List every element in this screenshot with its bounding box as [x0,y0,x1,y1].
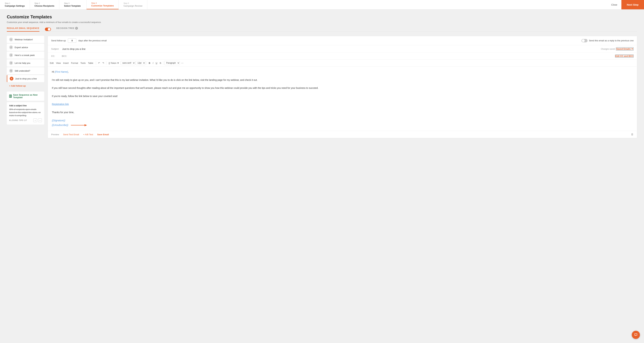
redo-button[interactable]: ↷ [101,61,105,65]
unsubscribe-token: {{Unsubscribe}} [52,123,68,127]
size-select[interactable]: 12pt [136,61,146,65]
toolbar-sep-4 [163,61,164,65]
ab-test-button[interactable]: + A/B Test [83,133,93,136]
left-panel: 1 Webinar Invitation! 2 Expert advice 3 … [7,36,44,125]
token-icon: {} [108,62,110,64]
toggle-switch[interactable] [45,28,51,31]
nav-step-1[interactable]: Step 1 Campaign Settings [0,0,30,9]
strikethrough-button[interactable]: S [158,61,162,65]
email-num-4: 4 [9,61,13,65]
font-select[interactable]: sans-serif [120,61,135,65]
subject-input[interactable] [62,48,599,50]
thanks-text: Thanks for your time, [52,110,633,115]
step3-num: Step 3 [64,2,82,4]
svg-marker-4 [84,124,87,126]
preview-button[interactable]: Preview [51,133,59,136]
close-button[interactable]: Close [607,0,622,9]
send-test-button[interactable]: Send Test Email [63,133,79,136]
email-item-6[interactable]: 6 Just to drop you a line [7,75,44,82]
tips-prev-button[interactable]: ‹ [33,118,37,122]
cc-bcc-row: CC: BCC: Edit CC and BCC [48,53,637,60]
body-para2: If you still have second thoughts after … [52,86,633,90]
email-label-1: Webinar Invitation! [14,38,33,41]
email-footer: Preview Send Test Email + A/B Test Save … [48,131,637,138]
tips-body: 35% of recipients open emails based on t… [9,108,42,117]
tips-title: Add a subject line [9,105,42,107]
nav-step-4[interactable]: Step 4 Customize Templates [86,0,119,9]
email-label-4: Let me help you [14,62,30,64]
editor-toolbar: Edit View Insert Format Tools Table ↶ ↷ … [48,60,637,67]
reply-label: Send this email as a reply to the previo… [589,39,634,42]
step5-num: Step 5 [124,2,142,4]
save-email-button[interactable]: Save Email [97,133,109,136]
nav-step-3[interactable]: Step 3 Select Template [59,0,86,9]
tips-next-button[interactable]: › [38,118,42,122]
body-para3: If you're ready, follow the link below t… [52,94,633,98]
tab-decision-tree[interactable]: DECISION TREE i [56,27,78,32]
step2-label: Choose Recipients [34,5,54,7]
bold-button[interactable]: B [148,61,151,65]
email-label-5: Still undecided? [14,70,30,72]
tab-toggle[interactable] [45,28,51,31]
bcc-field: BCC: [62,55,67,57]
tips-arrows: ‹ › [33,118,42,122]
email-num-1: 1 [9,38,13,41]
email-num-6: 6 [10,77,14,81]
step3-label: Select Template [64,5,82,7]
email-subject-row: Subject: Changes saved Saved Emails ▼ [48,45,637,53]
edit-cc-bcc-button[interactable]: Edit CC and BCC [615,55,634,58]
token-chevron-icon: ▼ [117,62,119,64]
save-template-button[interactable]: Save Sequence as New Template [7,92,44,101]
tab-bar: REGULAR EMAIL SEQUENCE DECISION TREE i [7,27,637,32]
nav-step-2[interactable]: Step 2 Choose Recipients [30,0,59,9]
email-label-6: Just to drop you a line [15,77,37,80]
step2-num: Step 2 [34,2,54,4]
chevron-down-icon: ▼ [631,48,633,50]
toolbar-menu-items: Edit View Insert Format Tools Table [50,62,93,64]
send-followup-bar: Send follow-up days after the previous e… [48,36,637,45]
menu-edit[interactable]: Edit [50,62,54,64]
step4-num: Step 4 [91,2,114,4]
email-item-2[interactable]: 2 Expert advice [7,44,44,51]
tips-label: KLOSING TIPS 1/7 [9,119,27,121]
email-item-3[interactable]: 3 Here's a sneak peek [7,52,44,59]
menu-table[interactable]: Table [88,62,93,64]
next-step-button[interactable]: Next Step [622,0,644,9]
email-item-5[interactable]: 5 Still undecided? [7,67,44,74]
step5-label: Campaign Review [124,5,142,7]
decision-tree-info-icon[interactable]: i [75,27,78,30]
menu-format[interactable]: Format [71,62,78,64]
main-layout: 1 Webinar Invitation! 2 Expert advice 3 … [7,36,637,138]
add-followup-button[interactable]: + Add follow-up [7,83,44,89]
reply-toggle: Send this email as a reply to the previo… [582,39,634,42]
registration-link[interactable]: Registration link [52,103,69,106]
page-subtitle: Customize your email sequence. Add a min… [7,21,637,24]
body-para1: I'm still not ready to give up on you, a… [52,78,633,82]
email-num-2: 2 [9,46,13,49]
reply-toggle-switch[interactable] [582,39,588,42]
email-num-5: 5 [9,69,13,73]
page-title: Customize Templates [7,14,637,20]
email-item-4[interactable]: 4 Let me help you [7,59,44,67]
underline-button[interactable]: U [155,61,158,65]
delete-email-button[interactable]: 🗑 [631,133,634,136]
menu-insert[interactable]: Insert [63,62,69,64]
red-arrow-icon [70,124,87,127]
more-options-button[interactable]: ⋯ [180,61,184,65]
email-body[interactable]: Hi {First Name}, I'm still not ready to … [48,67,637,131]
undo-button[interactable]: ↶ [97,61,101,65]
saved-emails-button[interactable]: Saved Emails ▼ [616,47,634,51]
greeting-text: Hi [52,71,55,73]
tab-regular-email[interactable]: REGULAR EMAIL SEQUENCE [7,27,40,32]
followup-days-input[interactable] [68,39,76,43]
menu-tools[interactable]: Tools [80,62,86,64]
italic-button[interactable]: I [152,61,154,65]
menu-view[interactable]: View [56,62,61,64]
changes-saved: Changes saved Saved Emails ▼ [601,47,634,51]
toolbar-sep-3 [146,61,147,65]
email-item-1[interactable]: 1 Webinar Invitation! [7,36,44,43]
right-panel: Send follow-up days after the previous e… [48,36,637,138]
paragraph-select[interactable]: Paragraph [164,61,180,65]
subject-label: Subject: [51,48,60,50]
token-button[interactable]: {} Token ▼ [108,61,120,65]
